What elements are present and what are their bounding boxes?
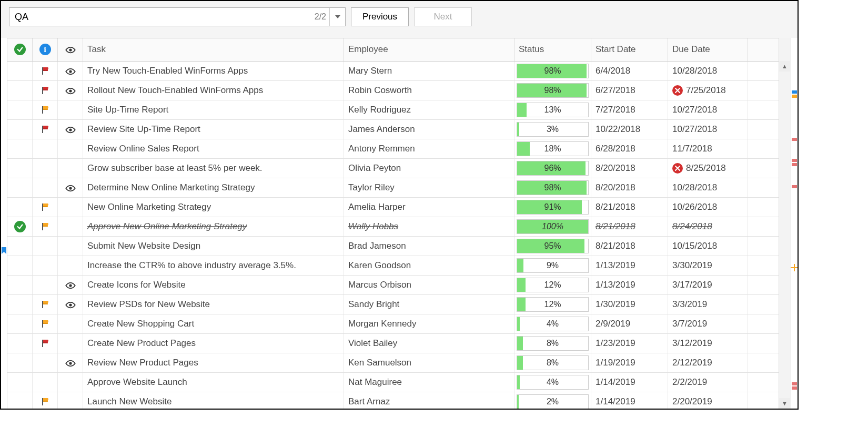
cell-employee[interactable]: James Anderson: [344, 120, 514, 139]
header-status[interactable]: Status: [514, 38, 591, 61]
cell-status[interactable]: 8%: [514, 353, 591, 372]
cell-due-date[interactable]: 8/25/2018: [668, 159, 748, 178]
cell-start-date[interactable]: 1/14/2019: [591, 392, 668, 409]
cell-status[interactable]: 8%: [514, 334, 591, 353]
cell-watch[interactable]: [58, 100, 83, 119]
cell-done[interactable]: [7, 353, 33, 372]
cell-watch[interactable]: [58, 120, 83, 139]
cell-status[interactable]: 12%: [514, 295, 591, 314]
cell-start-date[interactable]: 1/13/2019: [591, 276, 668, 294]
cell-task[interactable]: Review Site Up-Time Report: [83, 120, 344, 139]
cell-status[interactable]: 4%: [514, 314, 591, 333]
cell-watch[interactable]: [58, 295, 83, 314]
cell-watch[interactable]: [58, 217, 83, 236]
table-row[interactable]: Approve Website LaunchNat Maguiree4%1/14…: [7, 373, 779, 392]
table-row[interactable]: Rollout New Touch-Enabled WinForms AppsR…: [7, 81, 779, 100]
header-priority[interactable]: i: [33, 38, 58, 61]
cell-done[interactable]: [7, 276, 33, 294]
cell-status[interactable]: 98%: [514, 178, 591, 197]
cell-watch[interactable]: [58, 62, 83, 80]
cell-due-date[interactable]: 3/17/2019: [668, 276, 748, 294]
cell-done[interactable]: [7, 100, 33, 119]
header-task[interactable]: Task: [83, 38, 344, 61]
cell-priority[interactable]: [33, 198, 58, 217]
table-row[interactable]: Review Online Sales ReportAntony Remmen1…: [7, 139, 779, 159]
cell-due-date[interactable]: 3/30/2019: [668, 256, 748, 275]
table-row[interactable]: Create New Shopping CartMorgan Kennedy4%…: [7, 314, 779, 334]
cell-status[interactable]: 9%: [514, 256, 591, 275]
vertical-scrollbar[interactable]: ▲ ▼: [779, 38, 790, 409]
cell-start-date[interactable]: 6/27/2018: [591, 81, 668, 100]
header-employee[interactable]: Employee: [344, 38, 514, 61]
cell-employee[interactable]: Morgan Kennedy: [344, 314, 514, 333]
cell-done[interactable]: [7, 334, 33, 353]
cell-task[interactable]: Approve Website Launch: [83, 373, 344, 392]
cell-status[interactable]: 95%: [514, 237, 591, 256]
cell-watch[interactable]: [58, 178, 83, 197]
cell-watch[interactable]: [58, 373, 83, 392]
cell-priority[interactable]: [33, 353, 58, 372]
cell-due-date[interactable]: 7/25/2018: [668, 81, 748, 100]
cell-watch[interactable]: [58, 392, 83, 409]
cell-employee[interactable]: Robin Cosworth: [344, 81, 514, 100]
cell-done[interactable]: [7, 373, 33, 392]
cell-task[interactable]: Try New Touch-Enabled WinForms Apps: [83, 62, 344, 80]
cell-task[interactable]: Submit New Website Design: [83, 237, 344, 256]
cell-watch[interactable]: [58, 256, 83, 275]
cell-employee[interactable]: Brad Jameson: [344, 237, 514, 256]
cell-priority[interactable]: [33, 81, 58, 100]
cell-done[interactable]: [7, 139, 33, 158]
cell-priority[interactable]: [33, 276, 58, 294]
cell-employee[interactable]: Taylor Riley: [344, 178, 514, 197]
cell-employee[interactable]: Sandy Bright: [344, 295, 514, 314]
cell-watch[interactable]: [58, 81, 83, 100]
cell-done[interactable]: [7, 237, 33, 256]
cell-task[interactable]: Rollout New Touch-Enabled WinForms Apps: [83, 81, 344, 100]
cell-due-date[interactable]: 3/7/2019: [668, 314, 748, 333]
previous-button[interactable]: Previous: [351, 7, 409, 26]
cell-start-date[interactable]: 6/28/2018: [591, 139, 668, 158]
cell-done[interactable]: [7, 198, 33, 217]
cell-watch[interactable]: [58, 334, 83, 353]
table-row[interactable]: Approve New Online Marketing StrategyWal…: [7, 217, 779, 237]
cell-status[interactable]: 12%: [514, 276, 591, 294]
cell-priority[interactable]: [33, 178, 58, 197]
cell-employee[interactable]: Olivia Peyton: [344, 159, 514, 178]
cell-due-date[interactable]: 2/12/2019: [668, 353, 748, 372]
cell-employee[interactable]: Ken Samuelson: [344, 353, 514, 372]
cell-priority[interactable]: [33, 334, 58, 353]
cell-task[interactable]: Determine New Online Marketing Strategy: [83, 178, 344, 197]
cell-status[interactable]: 2%: [514, 392, 591, 409]
cell-start-date[interactable]: 10/22/2018: [591, 120, 668, 139]
table-row[interactable]: Grow subscriber base at least 5% per wee…: [7, 159, 779, 178]
cell-due-date[interactable]: 10/15/2018: [668, 237, 748, 256]
cell-priority[interactable]: [33, 392, 58, 409]
cell-task[interactable]: Site Up-Time Report: [83, 100, 344, 119]
cell-due-date[interactable]: 11/7/2018: [668, 139, 748, 158]
scroll-down-button[interactable]: ▼: [779, 398, 790, 409]
cell-priority[interactable]: [33, 62, 58, 80]
cell-start-date[interactable]: 8/21/2018: [591, 237, 668, 256]
cell-priority[interactable]: [33, 139, 58, 158]
cell-watch[interactable]: [58, 314, 83, 333]
cell-done[interactable]: [7, 120, 33, 139]
cell-priority[interactable]: [33, 256, 58, 275]
cell-status[interactable]: 3%: [514, 120, 591, 139]
cell-priority[interactable]: [33, 314, 58, 333]
cell-priority[interactable]: [33, 120, 58, 139]
cell-employee[interactable]: Violet Bailey: [344, 334, 514, 353]
cell-start-date[interactable]: 8/21/2018: [591, 217, 668, 236]
cell-start-date[interactable]: 1/14/2019: [591, 373, 668, 392]
cell-start-date[interactable]: 8/21/2018: [591, 198, 668, 217]
cell-done[interactable]: [7, 295, 33, 314]
cell-due-date[interactable]: 10/28/2018: [668, 178, 748, 197]
cell-start-date[interactable]: 7/27/2018: [591, 100, 668, 119]
cell-watch[interactable]: [58, 353, 83, 372]
header-due[interactable]: Due Date: [668, 38, 748, 61]
cell-watch[interactable]: [58, 159, 83, 178]
cell-due-date[interactable]: 10/27/2018: [668, 100, 748, 119]
cell-status[interactable]: 13%: [514, 100, 591, 119]
cell-due-date[interactable]: 8/24/2018: [668, 217, 748, 236]
header-start[interactable]: Start Date: [591, 38, 668, 61]
cell-priority[interactable]: [33, 100, 58, 119]
